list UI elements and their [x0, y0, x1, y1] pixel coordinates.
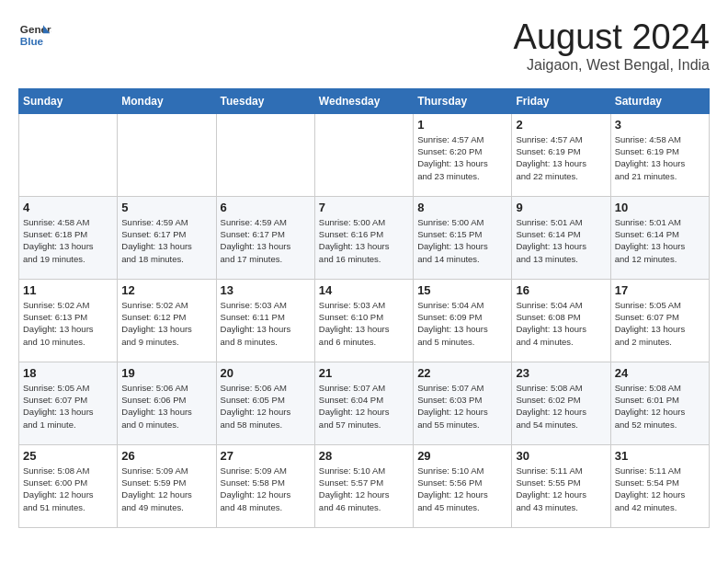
- day-number: 25: [23, 449, 113, 463]
- calendar-cell: 8Sunrise: 5:00 AM Sunset: 6:15 PM Daylig…: [414, 196, 512, 279]
- calendar-cell: 15Sunrise: 5:04 AM Sunset: 6:09 PM Dayli…: [414, 279, 512, 362]
- cell-info: Sunrise: 5:05 AM Sunset: 6:07 PM Dayligh…: [23, 382, 113, 431]
- cell-info: Sunrise: 4:59 AM Sunset: 6:17 PM Dayligh…: [221, 216, 311, 265]
- calendar-week-row: 25Sunrise: 5:08 AM Sunset: 6:00 PM Dayli…: [19, 444, 710, 527]
- weekday-header: Sunday: [19, 88, 118, 113]
- calendar-cell: 9Sunrise: 5:01 AM Sunset: 6:14 PM Daylig…: [512, 196, 610, 279]
- calendar-cell: [118, 113, 216, 196]
- weekday-header: Thursday: [414, 88, 512, 113]
- calendar-cell: 21Sunrise: 5:07 AM Sunset: 6:04 PM Dayli…: [314, 362, 413, 444]
- weekday-header: Wednesday: [314, 88, 413, 113]
- cell-info: Sunrise: 5:05 AM Sunset: 6:07 PM Dayligh…: [615, 299, 705, 348]
- calendar-cell: 23Sunrise: 5:08 AM Sunset: 6:02 PM Dayli…: [512, 362, 610, 444]
- weekday-header: Saturday: [610, 88, 709, 113]
- calendar-cell: 7Sunrise: 5:00 AM Sunset: 6:16 PM Daylig…: [314, 196, 413, 279]
- day-number: 31: [615, 449, 705, 463]
- day-number: 7: [319, 201, 409, 214]
- calendar-cell: 13Sunrise: 5:03 AM Sunset: 6:11 PM Dayli…: [216, 279, 314, 362]
- day-number: 29: [417, 449, 507, 463]
- calendar-cell: 29Sunrise: 5:10 AM Sunset: 5:56 PM Dayli…: [414, 444, 512, 527]
- day-number: 1: [417, 118, 507, 132]
- day-number: 3: [615, 118, 705, 132]
- cell-info: Sunrise: 5:00 AM Sunset: 6:15 PM Dayligh…: [417, 216, 507, 265]
- day-number: 12: [121, 283, 211, 297]
- calendar-cell: 14Sunrise: 5:03 AM Sunset: 6:10 PM Dayli…: [314, 279, 413, 362]
- calendar-week-row: 1Sunrise: 4:57 AM Sunset: 6:20 PM Daylig…: [19, 113, 710, 196]
- calendar-week-row: 18Sunrise: 5:05 AM Sunset: 6:07 PM Dayli…: [19, 362, 710, 444]
- calendar-cell: 24Sunrise: 5:08 AM Sunset: 6:01 PM Dayli…: [610, 362, 709, 444]
- calendar-cell: 20Sunrise: 5:06 AM Sunset: 6:05 PM Dayli…: [216, 362, 314, 444]
- day-number: 30: [516, 449, 606, 463]
- cell-info: Sunrise: 4:58 AM Sunset: 6:18 PM Dayligh…: [23, 216, 113, 265]
- calendar-week-row: 11Sunrise: 5:02 AM Sunset: 6:13 PM Dayli…: [19, 279, 710, 362]
- cell-info: Sunrise: 5:02 AM Sunset: 6:13 PM Dayligh…: [23, 299, 113, 348]
- calendar-cell: 3Sunrise: 4:58 AM Sunset: 6:19 PM Daylig…: [610, 113, 709, 196]
- day-number: 9: [516, 201, 606, 214]
- cell-info: Sunrise: 5:03 AM Sunset: 6:11 PM Dayligh…: [221, 299, 311, 348]
- cell-info: Sunrise: 5:07 AM Sunset: 6:04 PM Dayligh…: [319, 382, 409, 431]
- calendar-cell: [216, 113, 314, 196]
- cell-info: Sunrise: 5:03 AM Sunset: 6:10 PM Dayligh…: [319, 299, 409, 348]
- day-number: 20: [221, 366, 311, 380]
- svg-text:Blue: Blue: [20, 35, 44, 47]
- logo-icon: General Blue: [18, 18, 51, 52]
- location: Jaigaon, West Bengal, India: [514, 57, 710, 74]
- calendar-cell: 31Sunrise: 5:11 AM Sunset: 5:54 PM Dayli…: [610, 444, 709, 527]
- day-number: 11: [23, 283, 113, 297]
- logo: General Blue: [18, 18, 51, 52]
- calendar-body: 1Sunrise: 4:57 AM Sunset: 6:20 PM Daylig…: [19, 113, 710, 527]
- calendar-cell: 12Sunrise: 5:02 AM Sunset: 6:12 PM Dayli…: [118, 279, 216, 362]
- calendar-cell: 27Sunrise: 5:09 AM Sunset: 5:58 PM Dayli…: [216, 444, 314, 527]
- cell-info: Sunrise: 5:11 AM Sunset: 5:55 PM Dayligh…: [516, 465, 606, 513]
- calendar-cell: 19Sunrise: 5:06 AM Sunset: 6:06 PM Dayli…: [118, 362, 216, 444]
- cell-info: Sunrise: 4:58 AM Sunset: 6:19 PM Dayligh…: [615, 133, 705, 182]
- calendar-header: SundayMondayTuesdayWednesdayThursdayFrid…: [19, 88, 710, 113]
- calendar-table: SundayMondayTuesdayWednesdayThursdayFrid…: [18, 88, 710, 528]
- calendar-cell: 16Sunrise: 5:04 AM Sunset: 6:08 PM Dayli…: [512, 279, 610, 362]
- calendar-cell: 1Sunrise: 4:57 AM Sunset: 6:20 PM Daylig…: [414, 113, 512, 196]
- day-number: 8: [417, 201, 507, 214]
- cell-info: Sunrise: 4:59 AM Sunset: 6:17 PM Dayligh…: [121, 216, 211, 265]
- cell-info: Sunrise: 5:09 AM Sunset: 5:59 PM Dayligh…: [121, 465, 211, 513]
- cell-info: Sunrise: 5:08 AM Sunset: 6:02 PM Dayligh…: [516, 382, 606, 431]
- day-number: 10: [615, 201, 705, 214]
- cell-info: Sunrise: 5:08 AM Sunset: 6:01 PM Dayligh…: [615, 382, 705, 431]
- day-number: 24: [615, 366, 705, 380]
- calendar-cell: 10Sunrise: 5:01 AM Sunset: 6:14 PM Dayli…: [610, 196, 709, 279]
- calendar-cell: 6Sunrise: 4:59 AM Sunset: 6:17 PM Daylig…: [216, 196, 314, 279]
- cell-info: Sunrise: 5:10 AM Sunset: 5:56 PM Dayligh…: [417, 465, 507, 513]
- cell-info: Sunrise: 5:06 AM Sunset: 6:06 PM Dayligh…: [121, 382, 211, 431]
- cell-info: Sunrise: 5:11 AM Sunset: 5:54 PM Dayligh…: [615, 465, 705, 513]
- day-number: 17: [615, 283, 705, 297]
- day-number: 19: [121, 366, 211, 380]
- cell-info: Sunrise: 4:57 AM Sunset: 6:19 PM Dayligh…: [516, 133, 606, 182]
- weekday-header: Friday: [512, 88, 610, 113]
- title-block: August 2024 Jaigaon, West Bengal, India: [514, 18, 710, 74]
- calendar-cell: 4Sunrise: 4:58 AM Sunset: 6:18 PM Daylig…: [19, 196, 118, 279]
- calendar-cell: 28Sunrise: 5:10 AM Sunset: 5:57 PM Dayli…: [314, 444, 413, 527]
- page-header: General Blue August 2024 Jaigaon, West B…: [18, 18, 710, 74]
- calendar-cell: 25Sunrise: 5:08 AM Sunset: 6:00 PM Dayli…: [19, 444, 118, 527]
- day-number: 2: [516, 118, 606, 132]
- cell-info: Sunrise: 5:00 AM Sunset: 6:16 PM Dayligh…: [319, 216, 409, 265]
- day-number: 18: [23, 366, 113, 380]
- cell-info: Sunrise: 5:04 AM Sunset: 6:09 PM Dayligh…: [417, 299, 507, 348]
- cell-info: Sunrise: 5:09 AM Sunset: 5:58 PM Dayligh…: [221, 465, 311, 513]
- day-number: 26: [121, 449, 211, 463]
- calendar-cell: 22Sunrise: 5:07 AM Sunset: 6:03 PM Dayli…: [414, 362, 512, 444]
- calendar-cell: 17Sunrise: 5:05 AM Sunset: 6:07 PM Dayli…: [610, 279, 709, 362]
- cell-info: Sunrise: 5:06 AM Sunset: 6:05 PM Dayligh…: [221, 382, 311, 431]
- calendar-cell: 2Sunrise: 4:57 AM Sunset: 6:19 PM Daylig…: [512, 113, 610, 196]
- day-number: 13: [221, 283, 311, 297]
- calendar-week-row: 4Sunrise: 4:58 AM Sunset: 6:18 PM Daylig…: [19, 196, 710, 279]
- day-number: 27: [221, 449, 311, 463]
- calendar-cell: [314, 113, 413, 196]
- weekday-header: Monday: [118, 88, 216, 113]
- weekday-header: Tuesday: [216, 88, 314, 113]
- day-number: 14: [319, 283, 409, 297]
- day-number: 21: [319, 366, 409, 380]
- day-number: 15: [417, 283, 507, 297]
- day-number: 23: [516, 366, 606, 380]
- calendar-cell: 30Sunrise: 5:11 AM Sunset: 5:55 PM Dayli…: [512, 444, 610, 527]
- day-number: 6: [221, 201, 311, 214]
